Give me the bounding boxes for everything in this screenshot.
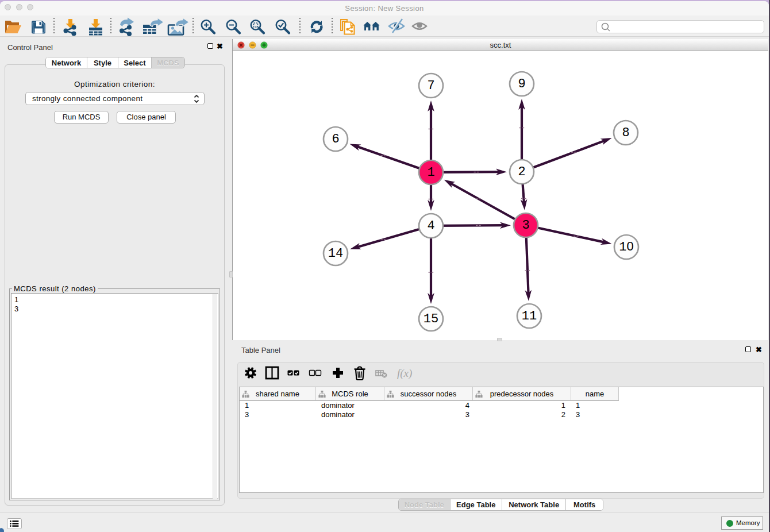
svg-text:8: 8 — [622, 126, 629, 140]
svg-text:3: 3 — [522, 218, 529, 233]
svg-text:f(x): f(x) — [397, 367, 412, 380]
svg-text:7: 7 — [427, 79, 434, 93]
svg-text:14: 14 — [328, 246, 343, 261]
svg-text:1: 1 — [427, 165, 434, 180]
svg-text:10: 10 — [619, 239, 633, 255]
svg-text:4: 4 — [427, 219, 434, 233]
svg-text:6: 6 — [332, 132, 339, 147]
svg-text:11: 11 — [522, 309, 537, 323]
svg-text:9: 9 — [518, 77, 525, 91]
svg-text:2: 2 — [518, 165, 525, 179]
svg-text:15: 15 — [424, 312, 438, 326]
